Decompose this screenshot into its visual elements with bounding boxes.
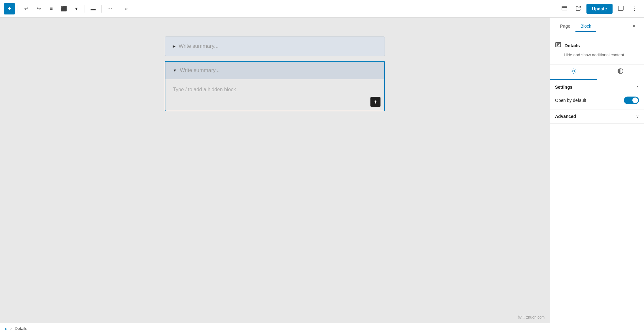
settings-header[interactable]: Settings ∧ [550,80,644,94]
panel-header: Page Block × [550,18,644,35]
plus-icon: + [8,5,11,12]
contrast-icon [617,68,624,76]
block-info-description: Hide and show additional content. [564,52,639,58]
sub-tabs [550,65,644,80]
collapsed-arrow-icon: ▶ [173,44,175,48]
main-layout: ▶ Write summary... ▼ Write summary... Ty… [0,18,644,334]
details-expanded-header[interactable]: ▼ Write summary... [165,62,384,79]
breadcrumb-separator: > [10,326,12,331]
gear-icon [570,68,577,76]
undo-button[interactable]: ↩ [20,3,32,14]
sub-tab-settings[interactable] [550,65,597,80]
open-by-default-toggle[interactable] [624,97,639,104]
align-left-icon: ≡ [50,6,53,12]
advanced-section: Advanced ∨ [550,109,644,124]
chevron-down-icon: ▾ [75,6,78,12]
block-info-section: Details Hide and show additional content… [550,35,644,65]
align-center-icon: ⬛ [61,6,67,12]
external-link-icon [575,5,581,13]
panel-close-button[interactable]: × [629,21,639,31]
sub-tab-styles[interactable] [597,65,644,80]
breadcrumb: e > Details [0,323,550,334]
more-options-button[interactable]: ⋯ [104,3,115,14]
update-button[interactable]: Update [586,4,613,14]
preview-button[interactable] [559,3,570,14]
toggle-knob [632,97,638,103]
sidebar-toggle-button[interactable] [615,3,626,14]
details-summary-collapsed[interactable]: ▶ Write summary... [165,37,385,56]
align-left-button[interactable]: ≡ [46,3,57,14]
vertical-dots-icon: ⋮ [632,6,637,12]
summary-placeholder-expanded[interactable]: Write summary... [180,67,220,74]
settings-section: Settings ∧ Open by default [550,80,644,109]
breadcrumb-current: Details [15,326,27,331]
settings-title: Settings [555,85,572,90]
panel-content: Details Hide and show additional content… [550,35,644,334]
block-style-icon: ▬ [91,6,96,12]
toolbar-divider-3 [101,5,102,13]
block-info-header: Details [555,42,639,49]
add-block-button[interactable]: + [4,3,15,14]
details-block-collapsed[interactable]: ▶ Write summary... [165,36,385,56]
details-content-area[interactable]: Type / to add a hidden block + [165,79,384,111]
settings-chevron-up-icon: ∧ [636,85,639,89]
toolbar-divider-2 [85,5,85,13]
more-icon: ⋯ [107,6,112,12]
hidden-block-placeholder: Type / to add a hidden block [173,87,236,92]
preview-icon [561,5,568,13]
advanced-chevron-down-icon: ∨ [636,114,639,119]
summary-placeholder-collapsed[interactable]: Write summary... [179,43,219,49]
align-center-button[interactable]: ⬛ [58,3,69,14]
expanded-arrow-icon: ▼ [173,68,177,73]
blocks-container: ▶ Write summary... ▼ Write summary... Ty… [165,36,385,111]
details-block-expanded[interactable]: ▼ Write summary... Type / to add a hidde… [165,61,385,111]
more-menu-button[interactable]: ⋮ [629,3,640,14]
editor-area: ▶ Write summary... ▼ Write summary... Ty… [0,18,550,334]
settings-body: Open by default [550,94,644,109]
toolbar-divider-1 [18,5,18,13]
block-style-button[interactable]: ▬ [87,3,99,14]
undo-icon: ↩ [24,6,28,12]
breadcrumb-parent[interactable]: e [5,326,7,331]
advanced-header[interactable]: Advanced ∨ [550,109,644,123]
tab-block[interactable]: Block [575,21,596,32]
svg-rect-0 [562,6,567,10]
collapse-button[interactable]: « [121,3,132,14]
tab-page[interactable]: Page [555,21,575,32]
svg-point-8 [573,70,575,72]
svg-rect-2 [618,6,623,10]
collapse-icon: « [125,6,128,12]
right-panel: Page Block × [550,18,644,334]
toolbar-divider-4 [118,5,118,13]
external-link-button[interactable] [573,3,584,14]
toolbar-right: Update ⋮ [559,3,640,14]
advanced-title: Advanced [555,114,576,119]
details-block-icon [555,42,561,49]
redo-icon: ↪ [37,6,41,12]
add-icon: + [374,99,377,105]
panel-tabs: Page Block [555,21,629,31]
open-by-default-row: Open by default [555,97,639,104]
block-info-title: Details [564,43,580,48]
watermark: 智汇 zhuon.com [518,315,545,320]
redo-button[interactable]: ↪ [33,3,44,14]
sidebar-icon [618,5,624,13]
close-icon: × [632,23,636,30]
toolbar: + ↩ ↪ ≡ ⬛ ▾ ▬ ⋯ « [0,0,644,18]
align-dropdown-button[interactable]: ▾ [71,3,82,14]
open-by-default-label: Open by default [555,98,586,103]
add-hidden-block-button[interactable]: + [370,97,380,107]
